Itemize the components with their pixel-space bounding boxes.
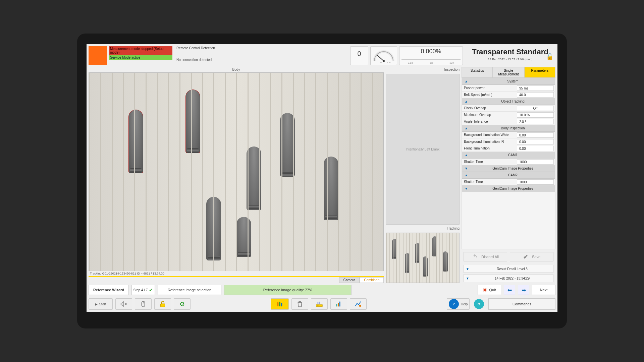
arrow-right-icon: ➡ bbox=[522, 287, 526, 293]
recipe-timestamp: 14 Feb 2022 - 13:33:47 V0 (mod) bbox=[466, 58, 554, 61]
svg-rect-15 bbox=[318, 302, 319, 304]
wizard-step-label: Reference image selection bbox=[158, 285, 221, 295]
param-key: Shutter Time bbox=[462, 180, 517, 184]
wizard-title: Reference Wizard bbox=[89, 285, 129, 295]
check-icon: ✔ bbox=[523, 253, 529, 261]
chevron-down-icon: ▼ bbox=[462, 167, 471, 170]
param-value[interactable]: Off bbox=[517, 106, 554, 111]
bottles-icon bbox=[276, 300, 283, 308]
percent-value: 0.000% bbox=[399, 48, 463, 55]
param-value[interactable]: 1000 bbox=[517, 179, 554, 185]
undo-icon bbox=[472, 254, 478, 260]
wizard-next-button[interactable]: Next bbox=[532, 285, 555, 295]
mute-button[interactable] bbox=[115, 298, 132, 310]
param-value[interactable]: 1000 bbox=[517, 159, 554, 165]
ruler-icon bbox=[316, 300, 323, 308]
section-cam1[interactable]: ▲CAM1 bbox=[462, 152, 555, 159]
wizard-step: Step 4 / 7✔ bbox=[131, 285, 155, 295]
play-icon: ▶ bbox=[95, 302, 98, 306]
remote-control-block: Remote Control Detection No connection d… bbox=[176, 46, 215, 65]
param-value[interactable]: 0.00 bbox=[517, 146, 554, 151]
body-image[interactable]: /*placeholder*/ bbox=[89, 72, 384, 271]
tracking-thumb[interactable] bbox=[386, 233, 460, 283]
mouse-icon bbox=[140, 300, 147, 308]
result-timestamp-selector[interactable]: ▼ 14 Feb 2022 - 13:34:29 bbox=[464, 274, 553, 282]
chevron-up-icon: ▲ bbox=[462, 100, 471, 103]
section-system[interactable]: ▲System bbox=[462, 78, 555, 85]
param-value[interactable]: 95 ms bbox=[517, 85, 554, 91]
tab-parameters[interactable]: Parameters bbox=[524, 67, 555, 78]
param-value[interactable]: 2.0 ° bbox=[517, 119, 554, 124]
param-key: Background Illumination White bbox=[462, 133, 517, 137]
counter-value: 0 bbox=[351, 50, 368, 58]
chevron-up-icon: ▲ bbox=[462, 126, 471, 130]
chevron-up-icon: ▲ bbox=[462, 173, 471, 177]
reference-wizard-bar: Reference Wizard Step 4 / 7✔ Reference i… bbox=[87, 283, 557, 297]
status-service: Service Mode active bbox=[109, 55, 172, 60]
svg-line-0 bbox=[377, 55, 384, 61]
trash-icon bbox=[296, 300, 304, 308]
refresh-icon: ⟳ bbox=[474, 299, 484, 309]
ruler-button[interactable] bbox=[311, 298, 328, 310]
svg-text:1 %: 1 % bbox=[378, 61, 382, 63]
tab-combined[interactable]: Combined bbox=[360, 277, 384, 283]
svg-rect-17 bbox=[336, 304, 337, 306]
wizard-quit-button[interactable]: ✖ Quit bbox=[478, 285, 501, 295]
discard-all-button[interactable]: Discard All bbox=[464, 252, 507, 261]
tab-statistics[interactable]: Statistics bbox=[462, 67, 493, 78]
remote-title: Remote Control Detection bbox=[176, 46, 215, 50]
section-genicam-2[interactable]: ▼GenICam Image Properties bbox=[462, 185, 555, 192]
tab-camera[interactable]: Camera bbox=[339, 277, 360, 283]
wizard-prev-button[interactable]: ⬅ bbox=[504, 285, 515, 295]
svg-point-1 bbox=[383, 60, 385, 62]
mouse-button[interactable] bbox=[135, 298, 152, 310]
recycle-button[interactable]: ♻ bbox=[174, 298, 191, 310]
inspection-thumb[interactable]: Intentionally Left Blank bbox=[386, 74, 460, 225]
start-button[interactable]: ▶ Start bbox=[89, 298, 113, 310]
param-key: Front Illumination bbox=[462, 146, 517, 150]
recycle-icon: ♻ bbox=[179, 300, 185, 308]
chevron-down-icon: ▼ bbox=[464, 267, 471, 271]
parameters-panel: ▲System Pusher power95 ms Belt Speed [m/… bbox=[462, 78, 555, 249]
svg-rect-9 bbox=[281, 303, 282, 306]
check-icon: ✔ bbox=[149, 287, 153, 293]
bar-chart-icon bbox=[335, 300, 342, 308]
param-value[interactable]: 0.00 bbox=[517, 139, 554, 144]
speaker-mute-icon bbox=[120, 300, 127, 308]
tracking-label: Tracking bbox=[386, 226, 460, 231]
inspection-label: Inspection bbox=[386, 67, 460, 72]
tab-single-measurement[interactable]: Single Measurement bbox=[493, 67, 524, 78]
section-object-tracking[interactable]: ▲Object Tracking bbox=[462, 98, 555, 105]
section-body-inspection[interactable]: ▲Body Inspection bbox=[462, 125, 555, 132]
refresh-button[interactable]: ⟳ bbox=[472, 298, 486, 310]
lock-icon[interactable]: 🔓 bbox=[546, 53, 553, 60]
unlock-icon bbox=[159, 300, 166, 308]
chevron-down-icon: ▼ bbox=[464, 277, 471, 280]
preform-object bbox=[185, 89, 200, 153]
trend-chart-button[interactable] bbox=[350, 298, 367, 310]
status-stopped: Measurement mode stopped (Setup mode) bbox=[109, 46, 172, 55]
param-value[interactable]: 40.0 bbox=[517, 92, 554, 98]
section-cam2[interactable]: ▲CAM2 bbox=[462, 172, 555, 179]
counter-gauge: 0 ·· bbox=[350, 46, 368, 65]
save-button[interactable]: ✔ Save bbox=[510, 252, 553, 261]
help-button[interactable]: ? Help bbox=[447, 298, 470, 310]
trash-button[interactable] bbox=[291, 298, 308, 310]
commands-button[interactable]: Commands bbox=[488, 298, 555, 310]
param-key: Background Illumination IR bbox=[462, 140, 517, 143]
param-key: Belt Speed [m/min] bbox=[462, 93, 517, 97]
remote-msg: No connection detected bbox=[176, 58, 215, 62]
bar-chart-button[interactable] bbox=[330, 298, 347, 310]
param-value[interactable]: 0.00 bbox=[517, 132, 554, 138]
wizard-next-arrow-button[interactable]: ➡ bbox=[518, 285, 529, 295]
svg-rect-7 bbox=[277, 302, 279, 307]
param-key: Check Overlap bbox=[462, 106, 517, 110]
question-icon: ? bbox=[449, 299, 459, 309]
result-detail-selector[interactable]: ▼ Result Detail Level 3 bbox=[464, 265, 553, 273]
logo-square bbox=[89, 46, 107, 65]
section-genicam-1[interactable]: ▼GenICam Image Properties bbox=[462, 165, 555, 172]
svg-rect-10 bbox=[316, 305, 322, 307]
bottles-view-button[interactable] bbox=[271, 298, 289, 310]
unlock-button[interactable] bbox=[154, 298, 171, 310]
param-value[interactable]: 10.0 % bbox=[517, 112, 554, 118]
